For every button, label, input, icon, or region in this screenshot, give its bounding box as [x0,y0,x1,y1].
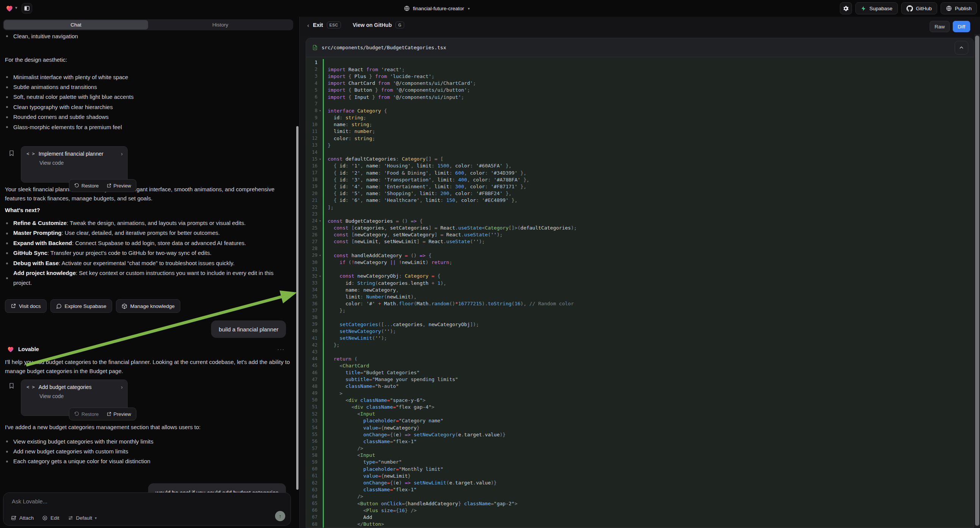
supabase-icon [861,6,866,11]
code-line: 7 [306,100,974,107]
code-line: 36 color: '#' + Math.floor(Math.random()… [306,301,974,307]
code-line: 37 }; [306,307,974,314]
diff-added-bar [323,293,324,300]
fold-chevron-icon[interactable]: ▾ [317,219,323,223]
code-line: 35 limit: Number(newLimit), [306,293,974,300]
publish-button[interactable]: Publish [940,2,977,14]
explore-supabase-button[interactable]: Explore Supabase [50,299,112,313]
external-link-icon [107,183,111,188]
line-number: 38 [306,315,317,320]
esc-key-badge: ESC [327,22,341,29]
sidebar-toggle-button[interactable] [22,3,32,14]
raw-toggle-button[interactable]: Raw [930,21,950,32]
list-item: Add project knowledge: Set key context o… [0,268,292,288]
diff-added-bar [323,148,324,155]
diff-added-bar [323,121,324,128]
whats-next-heading: What's next? [5,207,40,213]
diff-added-bar [323,73,324,80]
restore-button[interactable]: Restore [71,181,102,190]
send-button[interactable]: ↑ [275,511,285,521]
diff-added-bar [323,238,324,245]
line-number: 36 [306,301,317,307]
code-line: 4import ChartCard from '@/components/ui/… [306,80,974,87]
tab-chat[interactable]: Chat [4,20,148,30]
line-number: 59 [306,460,317,465]
diff-added-bar [323,452,324,459]
fold-chevron-icon[interactable]: ▾ [317,253,323,257]
chat-history-tabs: Chat History [3,19,293,30]
code-line: 34 name: newCategory, [306,286,974,293]
line-number: 53 [306,418,317,423]
diff-added-bar [323,410,324,417]
preview-button[interactable]: Preview [103,410,134,418]
line-number: 8 [306,108,317,113]
diff-toggle-button[interactable]: Diff [953,21,970,32]
edit-button[interactable]: Edit [42,515,59,521]
fold-chevron-icon[interactable]: ▾ [317,109,323,113]
version-card-implement-financial-planner[interactable]: < > Implement financial planner › View c… [21,146,128,183]
exit-button[interactable]: Exit [313,22,323,28]
code-line: 53 placeholder="Category name" [306,417,974,424]
bookmark-icon[interactable] [8,383,15,389]
list-item: Expand with Backend: Connect Supabase to… [0,238,292,248]
view-on-github-button[interactable]: View on GitHub [353,22,392,28]
version-card-title: Implement financial planner [39,151,103,157]
code-line: 29▾ const handleAddCategory = () => { [306,252,974,259]
chevron-down-icon[interactable]: ▾ [15,5,18,10]
code-panel-scrollbar[interactable] [974,34,980,528]
chat-scrollbar-thumb[interactable] [296,126,299,490]
globe-icon [404,5,410,11]
code-line: 19 { id: '4', name: 'Entertainment', lim… [306,183,974,190]
line-number: 58 [306,453,317,458]
diff-added-bar [323,362,324,369]
line-number: 32 [306,274,317,279]
line-number: 1 [306,60,317,65]
diff-added-bar [323,376,324,383]
diff-added-bar [323,348,324,355]
diff-added-bar [323,224,324,231]
mode-selector[interactable]: Default ▾ [68,515,97,521]
line-number: 18 [306,177,317,182]
settings-button[interactable] [840,2,852,14]
github-icon [907,5,913,12]
lovable-logo-icon[interactable] [5,4,14,13]
chevron-down-icon: ▾ [468,6,470,11]
collapse-file-button[interactable] [955,41,968,54]
view-code-link[interactable]: View code [21,158,127,170]
fold-chevron-icon[interactable]: ▾ [317,157,323,161]
diff-added-bar [323,286,324,293]
view-code-link[interactable]: View code [21,392,127,404]
bookmark-icon[interactable] [8,150,15,156]
diff-added-bar [323,107,324,114]
supabase-button[interactable]: Supabase [855,2,898,14]
project-switcher[interactable]: financial-future-creator ▾ [404,4,470,13]
diff-added-bar [323,94,324,100]
manage-knowledge-button[interactable]: Manage knowledge [116,299,180,313]
code-line: 5import { Button } from '@/components/ui… [306,87,974,94]
line-number: 61 [306,473,317,479]
line-number: 10 [306,122,317,127]
fold-chevron-icon[interactable]: ▾ [317,274,323,278]
scrollbar-thumb[interactable] [975,36,979,526]
external-link-icon [11,304,16,309]
restore-button[interactable]: Restore [71,410,102,418]
file-added-icon [312,44,318,51]
version-hover-toolbar: Restore Preview [69,407,136,420]
code-line: 63 className="flex-1" [306,486,974,493]
attach-button[interactable]: Attach [11,515,34,521]
message-menu-button[interactable]: ··· [277,346,285,352]
line-number: 65 [306,501,317,506]
code-toolbar: ‹ Exit ESC View on GitHub G Raw Diff [300,17,980,37]
code-line: 27 const [newLimit, setNewLimit] = React… [306,238,974,245]
user-message-bubble: build a financial planner [211,320,286,338]
code-line: 61 value={newLimit} [306,472,974,479]
chat-input[interactable] [12,498,239,504]
diff-added-bar [323,204,324,211]
tab-history[interactable]: History [148,20,293,30]
preview-button[interactable]: Preview [103,181,134,190]
panel-left-icon [24,5,30,11]
code-line: 14 [306,148,974,155]
visit-docs-button[interactable]: Visit docs [5,299,46,313]
diff-added-bar [323,328,324,334]
github-button[interactable]: GitHub [901,2,937,14]
